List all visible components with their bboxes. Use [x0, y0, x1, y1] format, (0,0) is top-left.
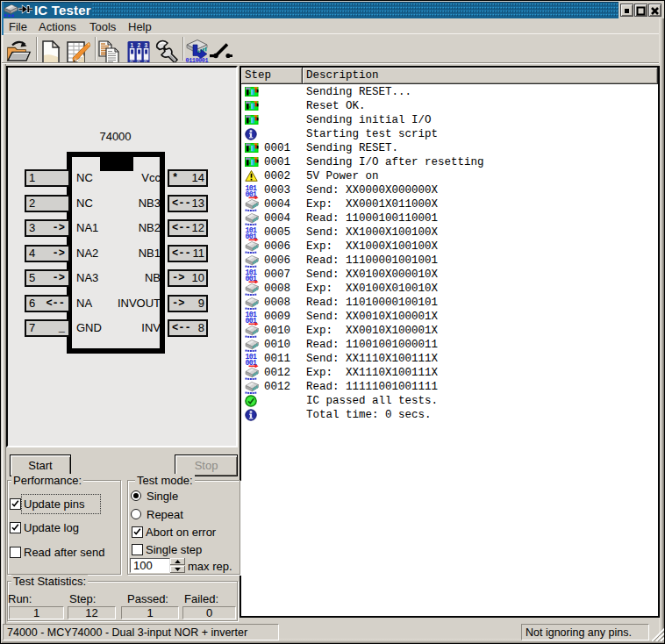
svg-text:2: 2 [138, 42, 141, 48]
svg-text:3: 3 [145, 42, 148, 48]
svg-text:1: 1 [131, 42, 134, 48]
